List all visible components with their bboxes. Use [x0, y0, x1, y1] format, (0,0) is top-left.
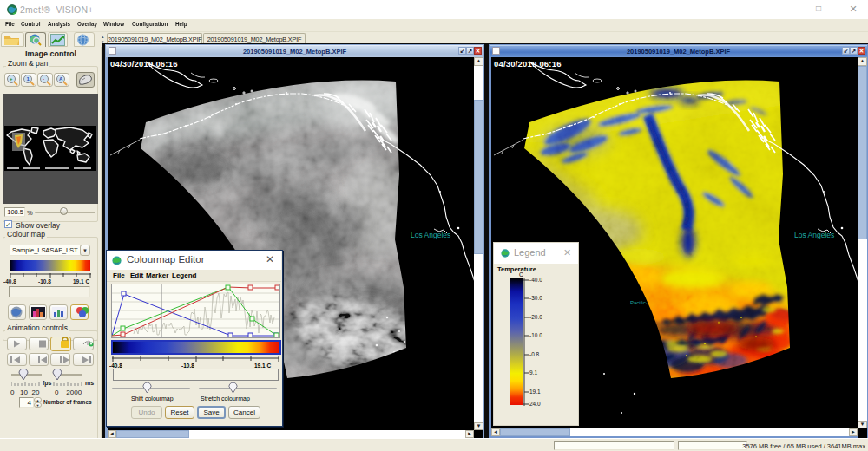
svg-text:-: - [43, 76, 44, 82]
svg-text:+: + [10, 76, 13, 82]
svg-text:A: A [59, 76, 63, 82]
